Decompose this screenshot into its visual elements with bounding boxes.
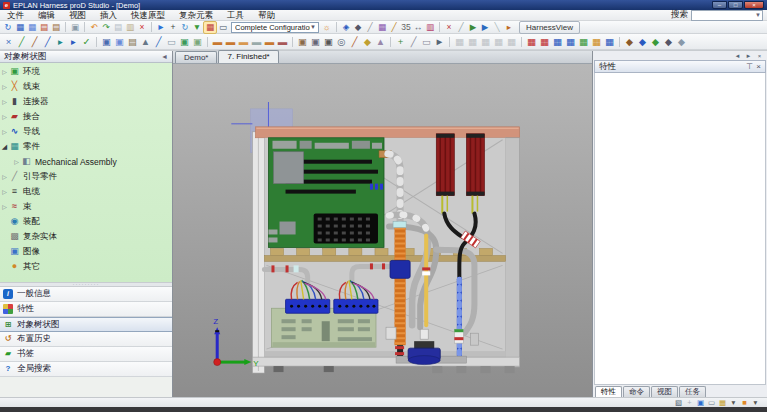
camera-icon[interactable]: ▤ xyxy=(126,35,139,48)
line-icon[interactable]: ╱ xyxy=(407,35,420,48)
bundle-add-icon[interactable]: ▬ xyxy=(224,35,237,48)
print-icon[interactable]: ▣ xyxy=(69,22,81,33)
check-icon[interactable]: ✓ xyxy=(80,35,93,48)
spacing-icon[interactable]: ↔ xyxy=(412,22,424,33)
configuration-combobox[interactable]: Complete Configuration ▼ xyxy=(231,22,319,33)
walkthrough-icon[interactable]: ◆ xyxy=(352,22,364,33)
select-cursor-icon[interactable]: ► xyxy=(155,22,167,33)
bundle-gray-icon[interactable]: ▬ xyxy=(250,35,263,48)
redo-icon[interactable]: ↷ xyxy=(100,22,112,33)
draw-pen-icon[interactable]: ╱ xyxy=(152,35,165,48)
refresh-project-icon[interactable]: ↻ xyxy=(2,22,14,33)
settings-icon[interactable]: ☼ xyxy=(321,22,333,33)
expand-icon[interactable]: ▷ xyxy=(0,113,9,120)
flag-teal-icon[interactable]: ▸ xyxy=(54,35,67,48)
tool-brown-icon[interactable]: ▣ xyxy=(296,35,309,48)
tee-fitting-icon[interactable]: ▲ xyxy=(139,35,152,48)
pencil-blue-icon[interactable]: ╱ xyxy=(41,35,54,48)
pencil-brown-icon[interactable]: ╱ xyxy=(28,35,41,48)
package-export-icon[interactable]: ▤ xyxy=(38,22,50,33)
restore-button[interactable]: □ xyxy=(728,1,743,9)
tab-close-icon[interactable]: × xyxy=(755,52,764,60)
expand-icon[interactable]: ▷ xyxy=(12,158,21,165)
clip-box-icon[interactable]: ▦ xyxy=(203,21,217,34)
undo-icon[interactable]: ↶ xyxy=(88,22,100,33)
tree-item-complex-entity[interactable]: ▩复杂实体 xyxy=(0,229,172,244)
tab-tasks[interactable]: 任务 xyxy=(679,386,706,397)
tab-views[interactable]: 视图 xyxy=(651,386,678,397)
expand-icon[interactable]: ▷ xyxy=(0,68,9,75)
snap-point-icon[interactable]: + xyxy=(167,22,179,33)
monitor-icon[interactable]: ▭ xyxy=(217,22,229,33)
drop-entity-icon[interactable]: ▼ xyxy=(191,22,203,33)
tree-item-environment[interactable]: ▷▣环境 xyxy=(0,64,172,79)
tree-item-splice[interactable]: ▷▰接合 xyxy=(0,109,172,124)
pin-icon[interactable]: ⊤ xyxy=(743,62,753,71)
add-icon[interactable]: + xyxy=(394,35,407,48)
minimize-button[interactable]: – xyxy=(712,1,727,9)
collapse-panel-icon[interactable]: ◄ xyxy=(161,53,168,60)
expand-icon[interactable]: ▷ xyxy=(0,83,9,90)
tree-item-other[interactable]: ●其它 xyxy=(0,259,172,274)
sheet5-icon[interactable]: ▦ xyxy=(505,35,518,48)
close-button[interactable]: × xyxy=(744,1,764,9)
viewport-3d[interactable]: Z Y xyxy=(173,64,592,397)
brush-icon[interactable]: ╱ xyxy=(348,35,361,48)
tab-properties[interactable]: 特性 xyxy=(595,386,622,397)
sketch-icon[interactable]: ╱ xyxy=(364,22,376,33)
menu-tools[interactable]: 工具 xyxy=(220,10,251,20)
cube-blue-icon[interactable]: ◆ xyxy=(636,35,649,48)
harness-3d-model[interactable]: Z Y xyxy=(173,64,592,397)
menu-edit[interactable]: 编辑 xyxy=(31,10,62,20)
tree-item-connector[interactable]: ▷▮连接器 xyxy=(0,94,172,109)
tree-item-guiding-parts[interactable]: ▷╱引导零件 xyxy=(0,169,172,184)
flag-blue-icon[interactable]: ▸ xyxy=(67,35,80,48)
sheet3-icon[interactable]: ▦ xyxy=(479,35,492,48)
display-mode-icon[interactable]: ▦ xyxy=(717,398,728,407)
place-box-icon[interactable]: ▣ xyxy=(100,35,113,48)
expand-icon[interactable]: ▷ xyxy=(0,173,9,180)
tree-item-image[interactable]: ▣图像 xyxy=(0,244,172,259)
add-box-icon[interactable]: ▣ xyxy=(191,35,204,48)
magnifier-icon[interactable]: ◎ xyxy=(335,35,348,48)
sheet1-icon[interactable]: ▦ xyxy=(453,35,466,48)
tab-prev-icon[interactable]: ◄ xyxy=(733,52,742,60)
locate-icon[interactable]: ◈ xyxy=(340,22,352,33)
tab-commands[interactable]: 命令 xyxy=(623,386,650,397)
cube-brown-icon[interactable]: ◆ xyxy=(623,35,636,48)
placement-history-button[interactable]: ↺布置历史 xyxy=(0,332,172,347)
cube-gray-icon[interactable]: ◆ xyxy=(675,35,688,48)
expand-icon[interactable]: ▷ xyxy=(0,188,9,195)
tab-finished[interactable]: 7. Finished* xyxy=(218,50,278,63)
sheet2-icon[interactable]: ▦ xyxy=(466,35,479,48)
table-yellow-icon[interactable]: ▦ xyxy=(590,35,603,48)
menu-complex-elements[interactable]: 复杂元素 xyxy=(172,10,220,20)
tool-slate-icon[interactable]: ▣ xyxy=(309,35,322,48)
menu-insert[interactable]: 插入 xyxy=(93,10,124,20)
length-35-icon[interactable]: 35 xyxy=(400,22,412,33)
copy-icon[interactable]: ▤ xyxy=(112,22,124,33)
table-green-icon[interactable]: ▦ xyxy=(577,35,590,48)
tree-item-assembly[interactable]: ◉装配 xyxy=(0,214,172,229)
strip-icon[interactable]: ╲ xyxy=(491,22,503,33)
rect-icon[interactable]: ▭ xyxy=(420,35,433,48)
bookmarks-button[interactable]: ▰书签 xyxy=(0,347,172,362)
collapse-icon[interactable]: ◢ xyxy=(0,143,9,151)
tree-item-parts[interactable]: ◢▦零件 xyxy=(0,139,172,154)
bundle-clip-icon[interactable]: ▬ xyxy=(276,35,289,48)
split-segment-icon[interactable]: × xyxy=(2,35,15,48)
expand-icon[interactable]: ▷ xyxy=(0,203,9,210)
bundle-merge-icon[interactable]: ▬ xyxy=(263,35,276,48)
cube-green-icon[interactable]: ◆ xyxy=(649,35,662,48)
add-control-point-icon[interactable]: ▶ xyxy=(467,22,479,33)
delete-icon[interactable]: × xyxy=(136,22,148,33)
orbit-icon[interactable]: ↻ xyxy=(179,22,191,33)
menu-rapid-prototype[interactable]: 快速原型 xyxy=(124,10,172,20)
material-mode-icon[interactable]: ■ xyxy=(739,398,750,407)
pan-view-icon[interactable]: + xyxy=(684,398,695,407)
general-info-button[interactable]: i一般信息 xyxy=(0,287,172,302)
package-import-icon[interactable]: ▤ xyxy=(50,22,62,33)
sheet4-icon[interactable]: ▦ xyxy=(492,35,505,48)
green-box-icon[interactable]: ▣ xyxy=(178,35,191,48)
table-tool-icon[interactable]: ▦ xyxy=(376,22,388,33)
